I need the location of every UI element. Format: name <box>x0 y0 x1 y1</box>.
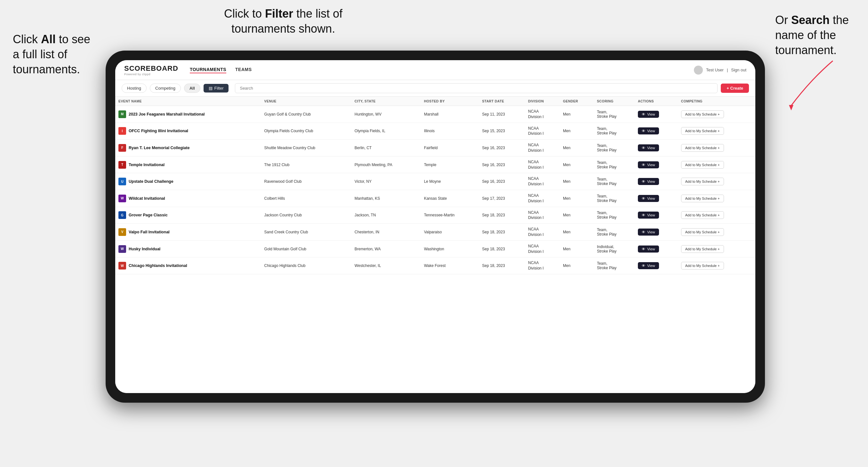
add-to-schedule-button[interactable]: Add to My Schedule + <box>681 211 724 219</box>
add-to-schedule-button[interactable]: Add to My Schedule + <box>681 127 724 135</box>
team-logo: W <box>118 245 126 253</box>
view-button[interactable]: 👁 View <box>638 111 659 118</box>
add-to-schedule-button[interactable]: Add to My Schedule + <box>681 144 724 152</box>
col-start-date: START DATE <box>479 97 525 106</box>
venue-cell: Ravenwood Golf Club <box>261 173 351 190</box>
city-state-cell: Bremerton, WA <box>351 240 421 257</box>
division-cell: NCAADivision I <box>525 240 560 257</box>
eye-icon: 👁 <box>642 129 646 133</box>
col-actions: ACTIONS <box>635 97 678 106</box>
event-name-cell: W Chicago Highlands Invitational <box>115 257 261 274</box>
division-cell: NCAADivision I <box>525 257 560 274</box>
venue-cell: Sand Creek Country Club <box>261 224 351 241</box>
tab-hosting[interactable]: Hosting <box>122 84 147 93</box>
tournaments-table: EVENT NAME VENUE CITY, STATE HOSTED BY S… <box>115 97 755 274</box>
start-date-cell: Sep 11, 2023 <box>479 106 525 123</box>
event-name-cell: F Ryan T. Lee Memorial Collegiate <box>115 139 261 157</box>
add-to-schedule-button[interactable]: Add to My Schedule + <box>681 262 724 270</box>
hosted-by-cell: Tennessee-Martin <box>421 207 479 224</box>
actions-cell: 👁 View <box>635 207 678 224</box>
add-to-schedule-button[interactable]: Add to My Schedule + <box>681 228 724 236</box>
tab-all[interactable]: All <box>184 84 200 93</box>
view-button[interactable]: 👁 View <box>638 144 659 151</box>
actions-cell: 👁 View <box>635 139 678 157</box>
event-name: Ryan T. Lee Memorial Collegiate <box>129 146 189 150</box>
tab-competing[interactable]: Competing <box>150 84 181 93</box>
tablet-frame: SCOREBOARD Powered by clippd TOURNAMENTS… <box>105 51 765 403</box>
gender-cell: Men <box>560 257 594 274</box>
competing-cell: Add to My Schedule + <box>678 190 755 207</box>
scoring-cell: Team,Stroke Play <box>594 190 635 207</box>
col-competing: COMPETING <box>678 97 755 106</box>
city-state-cell: Victor, NY <box>351 173 421 190</box>
col-event-name: EVENT NAME <box>115 97 261 106</box>
gender-cell: Men <box>560 139 594 157</box>
view-button[interactable]: 👁 View <box>638 161 659 168</box>
competing-cell: Add to My Schedule + <box>678 123 755 139</box>
event-name: OFCC Fighting Illini Invitational <box>129 129 188 133</box>
col-gender: GENDER <box>560 97 594 106</box>
user-name: Test User <box>706 67 724 72</box>
city-state-cell: Plymouth Meeting, PA <box>351 156 421 173</box>
add-to-schedule-button[interactable]: Add to My Schedule + <box>681 111 724 118</box>
city-state-cell: Jackson, TN <box>351 207 421 224</box>
view-button[interactable]: 👁 View <box>638 195 659 202</box>
col-city-state: CITY, STATE <box>351 97 421 106</box>
hosted-by-cell: Washington <box>421 240 479 257</box>
team-logo: W <box>118 262 126 270</box>
filter-icon: ▤ <box>209 86 213 91</box>
team-logo: W <box>118 195 126 202</box>
nav-right: Test User | Sign out <box>694 66 746 74</box>
table-body: M 2023 Joe Feaganes Marshall Invitationa… <box>115 106 755 274</box>
table-row: W Chicago Highlands Invitational Chicago… <box>115 257 755 274</box>
division-cell: NCAADivision I <box>525 139 560 157</box>
tablet-screen: SCOREBOARD Powered by clippd TOURNAMENTS… <box>115 60 755 393</box>
competing-cell: Add to My Schedule + <box>678 257 755 274</box>
col-venue: VENUE <box>261 97 351 106</box>
scoring-cell: Team,Stroke Play <box>594 173 635 190</box>
add-to-schedule-button[interactable]: Add to My Schedule + <box>681 161 724 169</box>
nav-links: TOURNAMENTS TEAMS <box>190 67 694 73</box>
gender-cell: Men <box>560 156 594 173</box>
table-row: V Valpo Fall Invitational Sand Creek Cou… <box>115 224 755 241</box>
event-name-cell: T Temple Invitational <box>115 156 261 173</box>
view-button[interactable]: 👁 View <box>638 228 659 236</box>
competing-cell: Add to My Schedule + <box>678 224 755 241</box>
create-button[interactable]: + Create <box>721 84 749 93</box>
hosted-by-cell: Le Moyne <box>421 173 479 190</box>
logo-area: SCOREBOARD Powered by clippd <box>124 64 178 76</box>
scoring-cell: Individual,Stroke Play <box>594 240 635 257</box>
city-state-cell: Chesterton, IN <box>351 224 421 241</box>
view-button[interactable]: 👁 View <box>638 178 659 185</box>
table-row: W Husky Individual Gold Mountain Golf Cl… <box>115 240 755 257</box>
scoring-cell: Team,Stroke Play <box>594 123 635 139</box>
hosted-by-cell: Valparaiso <box>421 224 479 241</box>
filter-button[interactable]: ▤ Filter <box>204 84 229 93</box>
start-date-cell: Sep 18, 2023 <box>479 207 525 224</box>
team-logo: T <box>118 161 126 169</box>
view-button[interactable]: 👁 View <box>638 212 659 219</box>
city-state-cell: Huntington, WV <box>351 106 421 123</box>
nav-link-teams[interactable]: TEAMS <box>235 67 252 73</box>
scoring-cell: Team,Stroke Play <box>594 156 635 173</box>
add-to-schedule-button[interactable]: Add to My Schedule + <box>681 245 724 253</box>
table-row: M 2023 Joe Feaganes Marshall Invitationa… <box>115 106 755 123</box>
competing-cell: Add to My Schedule + <box>678 106 755 123</box>
division-cell: NCAADivision I <box>525 207 560 224</box>
view-button[interactable]: 👁 View <box>638 246 659 253</box>
event-name: 2023 Joe Feaganes Marshall Invitational <box>129 112 205 117</box>
add-to-schedule-button[interactable]: Add to My Schedule + <box>681 178 724 185</box>
sign-out-link[interactable]: Sign out <box>731 67 746 72</box>
search-input[interactable] <box>235 83 718 93</box>
view-button[interactable]: 👁 View <box>638 262 659 269</box>
start-date-cell: Sep 15, 2023 <box>479 123 525 139</box>
eye-icon: 👁 <box>642 213 646 217</box>
event-name-cell: M 2023 Joe Feaganes Marshall Invitationa… <box>115 106 261 123</box>
nav-link-tournaments[interactable]: TOURNAMENTS <box>190 67 226 73</box>
city-state-cell: Westchester, IL <box>351 257 421 274</box>
view-button[interactable]: 👁 View <box>638 127 659 134</box>
gender-cell: Men <box>560 190 594 207</box>
venue-cell: Olympia Fields Country Club <box>261 123 351 139</box>
add-to-schedule-button[interactable]: Add to My Schedule + <box>681 195 724 202</box>
event-name: Chicago Highlands Invitational <box>129 263 187 268</box>
